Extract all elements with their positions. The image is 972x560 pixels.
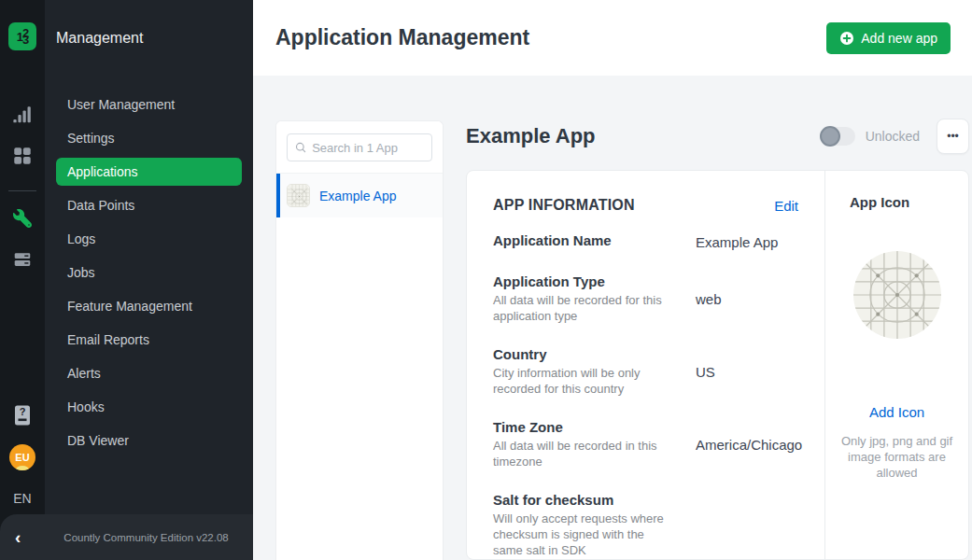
data-manager-icon[interactable] — [9, 247, 35, 272]
svg-text:?: ? — [20, 406, 26, 417]
lock-toggle[interactable] — [821, 127, 855, 146]
app-name: Example App — [319, 189, 397, 203]
management-nav: User ManagementSettingsApplicationsData … — [45, 88, 253, 457]
sidebar-item-applications[interactable]: Applications — [56, 158, 242, 186]
sidebar-title: Management — [45, 30, 253, 47]
version-text: Countly Community Edition v22.08 — [63, 532, 228, 543]
countly-logo-icon[interactable]: 123 — [8, 22, 36, 50]
app-detail-header: Example App Unlocked ••• — [466, 120, 969, 152]
info-description: All data will be recorded in this timezo… — [493, 438, 677, 469]
app-detail-section: Example App Unlocked ••• APP INFORMATION… — [466, 120, 969, 560]
info-row-application-name: Application NameExample App — [493, 232, 798, 251]
sidebar-item-alerts[interactable]: Alerts — [56, 359, 242, 387]
info-row-country: CountryCity information will be only rec… — [493, 346, 798, 397]
sidebar-item-db-viewer[interactable]: DB Viewer — [56, 427, 242, 455]
icon-rail: 123 — [0, 0, 45, 560]
apps-list-panel: Example App — [275, 120, 444, 560]
sidebar-footer: ‹ Countly Community Edition v22.08 — [0, 514, 253, 560]
apps-list: Example App — [276, 173, 443, 217]
avatar-initials: EU — [15, 452, 29, 463]
app-search-box — [287, 133, 432, 161]
sidebar-item-hooks[interactable]: Hooks — [56, 393, 242, 421]
lock-state-label: Unlocked — [866, 129, 920, 144]
sidebar-item-email-reports[interactable]: Email Reports — [56, 326, 242, 354]
app-mini-icon — [287, 184, 310, 207]
app-icon-title: App Icon — [837, 194, 909, 210]
add-new-app-label: Add new app — [861, 31, 937, 46]
logo-digit-3: 3 — [22, 36, 28, 43]
icon-format-hint: Only jpg, png and gif image formats are … — [836, 433, 959, 481]
sidebar-item-jobs[interactable]: Jobs — [56, 259, 242, 287]
app-list-item[interactable]: Example App — [276, 173, 443, 217]
sidebar-item-feature-management[interactable]: Feature Management — [56, 292, 242, 320]
info-label: Application Type — [493, 273, 677, 289]
analytics-icon[interactable] — [9, 103, 35, 127]
more-options-button[interactable]: ••• — [937, 119, 969, 154]
info-description: All data will be recorded for this appli… — [493, 292, 677, 324]
collapse-sidebar-button[interactable]: ‹ — [15, 528, 21, 546]
dashboards-icon[interactable] — [9, 144, 35, 168]
page-title: Application Management — [275, 25, 529, 50]
info-row-salt-for-checksum: Salt for checksumWill only accept reques… — [493, 492, 798, 558]
info-description: Will only accept requests where checksum… — [493, 511, 677, 558]
edit-link[interactable]: Edit — [774, 198, 798, 214]
info-description: City information will be only recorded f… — [493, 365, 677, 397]
ellipsis-icon: ••• — [947, 130, 959, 143]
app-search-input[interactable] — [312, 141, 424, 155]
card-title: APP INFORMATION — [493, 197, 635, 214]
info-value: US — [696, 364, 715, 380]
sidebar-item-logs[interactable]: Logs — [56, 225, 242, 253]
chevron-left-icon: ‹ — [15, 527, 21, 547]
info-row-application-type: Application TypeAll data will be recorde… — [493, 273, 798, 324]
app-information-rows: Application NameExample AppApplication T… — [493, 232, 798, 558]
main-area: Application Management Add new app — [253, 0, 972, 560]
sidebar-item-settings[interactable]: Settings — [56, 124, 242, 152]
info-label: Application Name — [493, 232, 677, 248]
content-area: Example App Example App Unlocked ••• APP… — [253, 76, 972, 560]
page-header: Application Management Add new app — [253, 0, 972, 76]
sidebar-item-user-management[interactable]: User Management — [56, 91, 242, 119]
app-icon-placeholder — [853, 251, 941, 339]
info-value: Example App — [696, 234, 778, 250]
info-row-time-zone: Time ZoneAll data will be recorded in th… — [493, 419, 798, 469]
info-label: Time Zone — [493, 419, 677, 435]
countly-management-screen: 123 — [0, 0, 972, 560]
help-icon[interactable]: ? — [9, 403, 35, 427]
info-label: Salt for checksum — [493, 492, 677, 508]
app-information-section: APP INFORMATION Edit Application NameExa… — [467, 171, 824, 559]
add-icon-link[interactable]: Add Icon — [869, 404, 924, 420]
app-information-card: APP INFORMATION Edit Application NameExa… — [466, 170, 969, 560]
app-icon-panel: App Icon Add Icon Only jpg, png and gif … — [824, 171, 968, 559]
rail-divider — [8, 190, 36, 191]
info-label: Country — [493, 346, 677, 362]
plus-circle-icon — [839, 31, 854, 46]
management-wrench-icon[interactable] — [9, 206, 35, 231]
management-sidebar: Management User ManagementSettingsApplic… — [45, 0, 253, 560]
toggle-knob — [820, 126, 840, 147]
app-title: Example App — [466, 124, 821, 148]
search-icon — [295, 141, 306, 154]
info-value: web — [696, 291, 722, 307]
language-selector[interactable]: EN — [13, 491, 31, 506]
sidebar-item-data-points[interactable]: Data Points — [56, 191, 242, 219]
add-new-app-button[interactable]: Add new app — [826, 22, 951, 54]
user-avatar[interactable]: EU — [9, 444, 35, 470]
info-value: America/Chicago — [696, 437, 802, 453]
